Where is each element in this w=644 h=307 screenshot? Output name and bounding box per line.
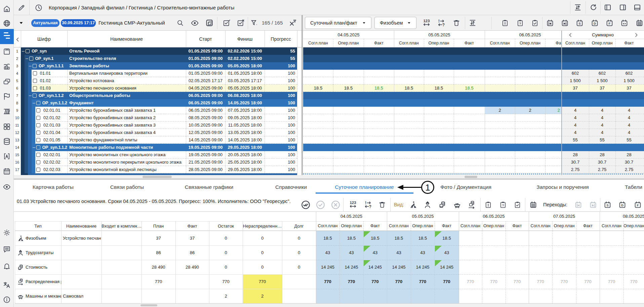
svg-text:!: !: [438, 19, 440, 24]
svg-text:!: !: [365, 201, 366, 205]
svg-text:S: S: [606, 203, 609, 207]
svg-text:?: ?: [369, 204, 371, 209]
svg-text:123: 123: [424, 19, 430, 23]
svg-text:F: F: [637, 203, 639, 207]
svg-text:D: D: [621, 203, 623, 207]
svg-text:123: 123: [350, 201, 356, 205]
svg-text:?: ?: [519, 22, 521, 25]
svg-text:F: F: [608, 22, 610, 25]
svg-text:D: D: [594, 22, 596, 25]
svg-text:?: ?: [442, 23, 445, 27]
svg-text:?: ?: [502, 203, 504, 207]
svg-text:S: S: [578, 22, 581, 25]
